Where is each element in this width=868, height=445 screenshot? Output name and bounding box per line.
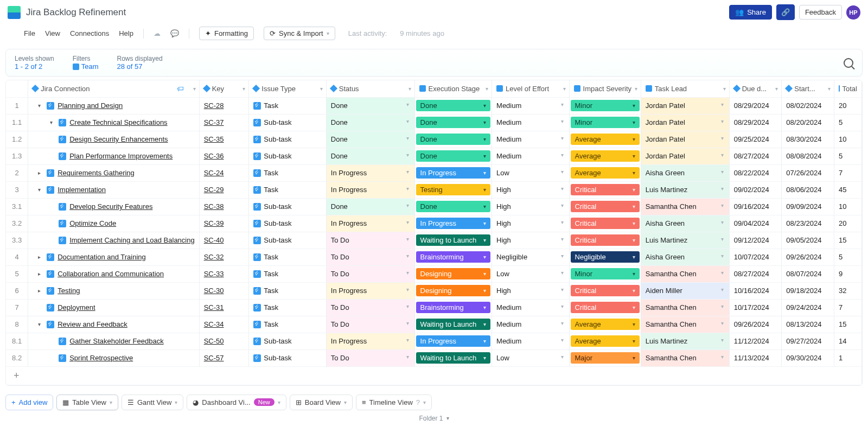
tag-icon[interactable]: 🏷: [177, 85, 184, 93]
issue-name-link[interactable]: Implement Caching and Load Balancing: [69, 236, 195, 244]
table-row[interactable]: 5 ▸ ✓ Collaboration and Communication SC…: [6, 265, 862, 282]
chevron-down-icon[interactable]: ▾: [406, 101, 409, 107]
add-view-button[interactable]: + Add view: [5, 395, 53, 410]
chevron-down-icon[interactable]: ▾: [633, 288, 635, 294]
chevron-down-icon[interactable]: ▾: [561, 219, 564, 225]
execution-stage-select[interactable]: In Progress▾: [416, 218, 490, 229]
chevron-down-icon[interactable]: ▾: [561, 118, 564, 124]
issue-key-link[interactable]: SC-34: [204, 320, 224, 328]
chevron-down-icon[interactable]: ▾: [406, 219, 409, 225]
lead-cell[interactable]: Jordan Patel▾: [641, 114, 729, 131]
chevron-down-icon[interactable]: ▾: [721, 101, 724, 107]
chevron-down-icon[interactable]: ▾: [561, 303, 564, 309]
chevron-down-icon[interactable]: ▾: [406, 202, 409, 208]
menu-connections[interactable]: Connections: [70, 29, 109, 37]
effort-cell[interactable]: Low▾: [492, 164, 569, 181]
chevron-down-icon[interactable]: ▾: [483, 254, 486, 260]
issue-key-link[interactable]: SC-57: [204, 354, 224, 362]
lead-cell[interactable]: Aisha Green▾: [641, 249, 729, 265]
chevron-down-icon[interactable]: ▾: [633, 338, 635, 344]
rows-displayed[interactable]: Rows displayed 28 of 57: [117, 55, 163, 71]
execution-stage-select[interactable]: Waiting to Launch▾: [416, 319, 490, 330]
status-cell[interactable]: In Progress▾: [326, 282, 414, 299]
execution-stage-select[interactable]: Done▾: [416, 117, 490, 128]
issue-name-link[interactable]: Review and Feedback: [58, 320, 127, 328]
chevron-down-icon[interactable]: ▾: [409, 86, 411, 92]
impact-select[interactable]: Minor▾: [571, 268, 640, 279]
execution-stage-select[interactable]: Done▾: [416, 134, 490, 145]
lead-cell[interactable]: Samantha Chen▾: [641, 349, 729, 366]
impact-select[interactable]: Major▾: [571, 352, 640, 364]
chevron-down-icon[interactable]: ▾: [633, 170, 635, 176]
status-cell[interactable]: Done▾: [326, 148, 414, 164]
table-row[interactable]: 3.2 ✓ Optimize Code SC-39 ✓Sub-task In P…: [6, 215, 862, 232]
table-row[interactable]: 3.1 ✓ Develop Security Features SC-38 ✓S…: [6, 198, 862, 215]
lead-cell[interactable]: Samantha Chen▾: [641, 316, 729, 333]
chevron-down-icon[interactable]: ▾: [406, 287, 409, 293]
status-cell[interactable]: In Progress▾: [326, 215, 414, 232]
chevron-down-icon[interactable]: ▾: [633, 204, 635, 209]
chevron-down-icon[interactable]: ▾: [561, 270, 564, 276]
chevron-down-icon[interactable]: ▾: [828, 86, 831, 92]
issue-name-link[interactable]: Testing: [58, 287, 80, 295]
due-date[interactable]: 08/27/2024: [729, 265, 782, 282]
link-button[interactable]: 🔗: [776, 4, 795, 20]
chevron-down-icon[interactable]: ▾: [721, 337, 724, 343]
issue-key-link[interactable]: SC-28: [204, 101, 224, 110]
col-level-of-effort[interactable]: Level of Effort▾: [492, 80, 569, 97]
chevron-down-icon[interactable]: ▾: [721, 118, 724, 124]
impact-select[interactable]: Critical▾: [571, 302, 640, 313]
chevron-down-icon[interactable]: ▾: [633, 237, 635, 243]
chevron-down-icon[interactable]: ▾: [193, 86, 196, 92]
tree-toggle[interactable]: ▸: [38, 288, 43, 294]
chevron-down-icon[interactable]: ▾: [633, 103, 635, 109]
chevron-down-icon[interactable]: ▾: [633, 321, 635, 327]
tree-toggle[interactable]: ▾: [38, 187, 43, 193]
table-row[interactable]: 1.3 ✓ Plan Performance Improvements SC-3…: [6, 148, 862, 164]
chevron-down-icon[interactable]: ▾: [721, 354, 724, 360]
chevron-down-icon[interactable]: ▾: [110, 399, 112, 405]
lead-cell[interactable]: Luis Martinez▾: [641, 232, 729, 249]
execution-stage-select[interactable]: Brainstorming▾: [416, 251, 490, 263]
table-row[interactable]: 1.2 ✓ Design Security Enhancements SC-35…: [6, 131, 862, 148]
search-icon[interactable]: [844, 58, 853, 68]
issue-key-link[interactable]: SC-40: [204, 236, 224, 244]
chevron-down-icon[interactable]: ▾: [775, 86, 778, 92]
chevron-down-icon[interactable]: ▾: [406, 253, 409, 259]
status-cell[interactable]: In Progress▾: [326, 164, 414, 181]
chevron-down-icon[interactable]: ▾: [406, 337, 409, 343]
chevron-down-icon[interactable]: ▾: [483, 355, 486, 361]
issue-key-link[interactable]: SC-39: [204, 219, 224, 227]
col-status[interactable]: Status▾: [326, 80, 414, 97]
chevron-down-icon[interactable]: ▾: [721, 270, 724, 276]
chevron-down-icon[interactable]: ▾: [561, 202, 564, 208]
execution-stage-select[interactable]: Done▾: [416, 150, 490, 162]
table-row[interactable]: 7 ✓ Deployment SC-31 ✓Task To Do▾ Brains…: [6, 299, 862, 316]
status-cell[interactable]: To Do▾: [326, 349, 414, 366]
chevron-down-icon[interactable]: ▾: [633, 136, 635, 142]
chevron-down-icon[interactable]: ▾: [483, 338, 486, 344]
chevron-down-icon[interactable]: ▾: [561, 337, 564, 343]
col-start-date[interactable]: Start...▾: [782, 80, 834, 97]
effort-cell[interactable]: Negligible▾: [492, 249, 569, 265]
chevron-down-icon[interactable]: ▾: [633, 153, 635, 159]
tab-timeline-view[interactable]: ≡ Timeline View ? ▾: [356, 395, 432, 410]
tree-toggle[interactable]: ▾: [38, 103, 43, 109]
start-date[interactable]: 08/20/2024: [782, 114, 834, 131]
lead-cell[interactable]: Aisha Green▾: [641, 215, 729, 232]
col-jira-connection[interactable]: Jira Connection 🏷 ▾: [28, 80, 200, 97]
chevron-down-icon[interactable]: ▾: [633, 187, 635, 193]
due-date[interactable]: 09/04/2024: [729, 215, 782, 232]
due-date[interactable]: 09/12/2024: [729, 232, 782, 249]
impact-select[interactable]: Minor▾: [571, 100, 640, 111]
execution-stage-select[interactable]: Testing▾: [416, 184, 490, 195]
start-date[interactable]: 09/18/2024: [782, 282, 834, 299]
table-row[interactable]: 3.3 ✓ Implement Caching and Load Balanci…: [6, 232, 862, 249]
execution-stage-select[interactable]: Waiting to Launch▾: [416, 234, 490, 246]
effort-cell[interactable]: Medium▾: [492, 333, 569, 349]
status-cell[interactable]: To Do▾: [326, 249, 414, 265]
tree-toggle[interactable]: ▾: [38, 321, 43, 327]
table-row[interactable]: 3 ▾ ✓ Implementation SC-29 ✓Task In Prog…: [6, 181, 862, 198]
execution-stage-select[interactable]: Designing▾: [416, 285, 490, 296]
chevron-down-icon[interactable]: ▾: [483, 237, 486, 243]
